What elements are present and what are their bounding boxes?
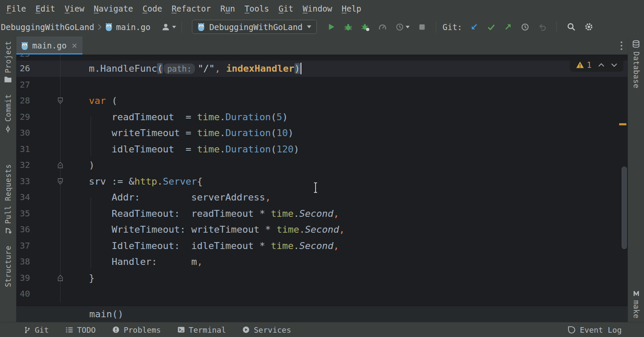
statusbar-terminal[interactable]: Terminal <box>177 325 226 334</box>
fold-up-icon[interactable] <box>57 274 64 282</box>
scrollbar-thumb[interactable] <box>622 167 627 249</box>
run-configuration-label: DebuggingWithGoLand <box>209 22 302 32</box>
line-number: 27 <box>16 77 61 93</box>
push-icon <box>504 23 512 31</box>
statusbar-label: Terminal <box>189 325 226 334</box>
menu-file[interactable]: File <box>2 0 31 17</box>
database-icon <box>632 40 640 49</box>
statusbar-todo[interactable]: TODO <box>65 325 96 334</box>
fold-down-icon[interactable] <box>57 178 64 185</box>
toolwindow-pull-requests[interactable]: Pull Requests <box>4 164 12 235</box>
line-number: 25 <box>16 55 61 61</box>
code-line-29[interactable]: 29 readTimeout = time.Duration(5) <box>16 109 628 125</box>
code-text: srv := &http.Server{ <box>66 173 203 190</box>
line-number: 37 <box>16 238 61 254</box>
toolwindow-structure[interactable]: Structure <box>4 246 12 287</box>
history-button[interactable] <box>516 20 534 34</box>
more-options-kebab-icon[interactable] <box>615 41 628 50</box>
rollback-button[interactable] <box>534 20 551 34</box>
menu-help[interactable]: Help <box>337 0 366 17</box>
toolwindow-label: make <box>632 300 641 319</box>
breadcrumb-project[interactable]: DebuggingWithGoLand <box>1 22 94 32</box>
menu-navigate[interactable]: Navigate <box>89 0 138 17</box>
chevron-down-icon[interactable] <box>611 63 617 67</box>
rerun-button[interactable] <box>391 20 414 34</box>
toolwindow-database[interactable]: Database <box>632 40 641 88</box>
tab-main-go[interactable]: main.go <box>16 36 82 55</box>
commit-button[interactable] <box>483 20 500 34</box>
code-line-38[interactable]: 38 Handler: m, <box>16 254 628 270</box>
code-line-30[interactable]: 30 writeTimeout = time.Duration(10) <box>16 125 628 141</box>
code-line-36[interactable]: 36 WriteTimeout: writeTimeout * time.Sec… <box>16 222 628 238</box>
menu-edit[interactable]: Edit <box>31 0 60 17</box>
code-editor[interactable]: 2526 m.HandleFunc(path:"/", indexHandler… <box>16 55 628 306</box>
close-icon[interactable] <box>72 43 77 49</box>
main-toolbar: DebuggingWithGoLand main.go DebuggingWit… <box>0 17 644 36</box>
menu-code[interactable]: Code <box>138 0 167 17</box>
toolbar-far-actions <box>562 20 598 34</box>
user-account-button[interactable] <box>161 23 176 31</box>
code-line-32[interactable]: 32 ) <box>16 157 628 173</box>
menu-run[interactable]: Run <box>216 0 240 17</box>
code-line-27[interactable]: 27 <box>16 77 628 93</box>
statusbar-label: Git <box>35 325 49 334</box>
statusbar-services[interactable]: Services <box>242 325 291 334</box>
line-number: 38 <box>16 254 61 270</box>
code-line-partial[interactable]: 25 <box>16 55 628 61</box>
push-button[interactable] <box>500 20 516 34</box>
code-line-37[interactable]: 37 IdleTimeout: idleTimeout * time.Secon… <box>16 238 628 254</box>
chevron-down-icon <box>406 26 410 28</box>
menu-git[interactable]: Git <box>274 0 298 17</box>
profiler-icon <box>378 23 387 31</box>
chevron-right-icon <box>97 24 102 30</box>
toolwindow-project[interactable]: Project <box>4 41 12 83</box>
warning-icon <box>576 61 584 69</box>
code-line-26[interactable]: 26 m.HandleFunc(path:"/", indexHandler) <box>16 61 628 77</box>
line-number: 32 <box>16 157 61 173</box>
menu-refactor[interactable]: Refactor <box>167 0 216 17</box>
line-number: 36 <box>16 222 61 238</box>
search-icon <box>567 22 576 31</box>
run-configuration-select[interactable]: DebuggingWithGoLand <box>192 20 316 34</box>
settings-gear-icon <box>584 22 593 31</box>
error-stripe-warning-mark[interactable] <box>619 123 626 125</box>
run-actions-group <box>323 20 430 34</box>
menu-window[interactable]: Window <box>298 0 337 17</box>
statusbar-event-log[interactable]: Event Log <box>568 325 622 334</box>
profiler-button[interactable] <box>374 20 391 34</box>
search-button[interactable] <box>562 20 580 34</box>
inspections-widget[interactable]: 1 <box>570 58 623 72</box>
chevron-up-icon[interactable] <box>598 63 605 67</box>
code-line-39[interactable]: 39 } <box>16 270 628 286</box>
debug-button[interactable] <box>340 20 357 34</box>
toolwindow-commit[interactable]: Commit <box>4 94 12 133</box>
sticky-scope-line[interactable]: main() <box>16 306 628 322</box>
indent-guide <box>91 117 91 155</box>
code-text: var ( <box>66 93 117 109</box>
run-button[interactable] <box>323 20 340 34</box>
statusbar-problems[interactable]: Problems <box>112 325 161 334</box>
menu-bar: FileEditViewNavigateCodeRefactorRunTools… <box>0 0 644 17</box>
fold-up-icon[interactable] <box>57 161 64 169</box>
code-line-34[interactable]: 34 Addr: serverAddress, <box>16 189 628 206</box>
update-project-button[interactable] <box>466 20 483 34</box>
run-icon <box>327 23 335 31</box>
toolwindow-label: Project <box>4 41 12 73</box>
fold-down-icon[interactable] <box>57 97 64 104</box>
run-with-coverage-button[interactable] <box>357 20 374 34</box>
breadcrumb-file[interactable]: main.go <box>116 22 150 32</box>
stop-button[interactable] <box>414 20 430 34</box>
toolwindow-make[interactable]: make <box>632 289 641 319</box>
line-number: 40 <box>16 286 61 302</box>
code-line-40[interactable]: 40 <box>16 286 628 302</box>
statusbar-git[interactable]: Git <box>24 325 49 334</box>
toolwindow-label: Pull Requests <box>4 164 12 224</box>
menu-view[interactable]: View <box>60 0 89 17</box>
code-line-28[interactable]: 28 var ( <box>16 93 628 109</box>
menu-tools[interactable]: Tools <box>240 0 274 17</box>
code-text: m.HandleFunc(path:"/", indexHandler) <box>66 61 301 77</box>
code-line-35[interactable]: 35 ReadTimeout: readTimeout * time.Secon… <box>16 206 628 222</box>
settings-gear-button[interactable] <box>580 20 598 34</box>
code-line-33[interactable]: 33 srv := &http.Server{ <box>16 173 628 190</box>
code-line-31[interactable]: 31 idleTimeout = time.Duration(120) <box>16 141 628 158</box>
